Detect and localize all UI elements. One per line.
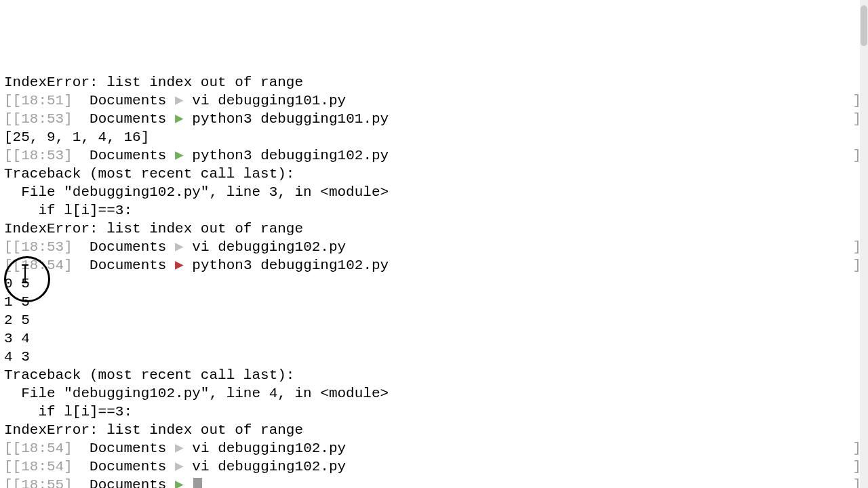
timestamp: [18:51] [13,93,73,108]
prompt-line[interactable]: [[18:51] Documents ▶ vi debugging101.py] [4,92,864,110]
output-text: File "debugging102.py", line 4, in <modu… [4,386,389,401]
output-line[interactable]: IndexError: list index out of range [4,421,864,439]
prompt-left-bracket: [ [4,477,13,488]
output-line[interactable]: if l[i]==3: [4,403,864,421]
prompt-line[interactable]: [[18:54] Documents ▶ vi debugging102.py] [4,439,864,458]
prompt-arrow-icon: ▶ [175,459,184,474]
prompt-arrow-icon: ▶ [175,239,184,255]
output-line[interactable]: 3 4 [4,329,864,348]
directory: Documents [90,148,166,163]
command-text[interactable]: python3 debugging102.py [192,148,389,163]
prompt-arrow-icon: ▶ [175,258,184,273]
output-line[interactable]: 2 5 [4,311,864,329]
command-text[interactable]: python3 debugging101.py [192,111,389,127]
output-text: File "debugging102.py", line 3, in <modu… [4,184,389,200]
timestamp: [18:53] [13,148,73,163]
output-line[interactable]: File "debugging102.py", line 4, in <modu… [4,384,864,403]
timestamp: [18:54] [13,459,73,474]
prompt-arrow-icon: ▶ [175,441,184,456]
output-text: Traceback (most recent call last): [4,367,294,383]
timestamp: [18:54] [13,258,73,273]
scrollbar-track[interactable] [860,0,868,488]
output-text: IndexError: list index out of range [4,75,303,90]
output-line[interactable]: 0 5 [4,274,864,293]
output-line[interactable]: Traceback (most recent call last): [4,165,864,183]
timestamp: [18:53] [13,239,73,255]
directory: Documents [90,111,166,127]
timestamp: [18:55] [13,477,73,488]
directory: Documents [90,258,166,273]
output-line[interactable]: 1 5 [4,293,864,311]
prompt-left-bracket: [ [4,441,13,456]
prompt-arrow-icon: ▶ [175,477,184,488]
directory: Documents [90,459,166,474]
prompt-left-bracket: [ [4,258,13,273]
command-text[interactable]: vi debugging102.py [192,239,346,255]
output-line[interactable]: IndexError: list index out of range [4,73,864,92]
output-text: 1 5 [4,294,30,310]
command-text[interactable]: vi debugging101.py [192,93,346,108]
output-text: 4 3 [4,349,30,365]
output-text: IndexError: list index out of range [4,221,303,237]
prompt-arrow-icon: ▶ [175,93,184,108]
output-text: if l[i]==3: [4,203,132,218]
command-text[interactable]: vi debugging102.py [192,459,346,474]
output-line[interactable]: [25, 9, 1, 4, 16] [4,128,864,146]
prompt-arrow-icon: ▶ [175,111,184,127]
output-line[interactable]: 4 3 [4,348,864,366]
terminal[interactable]: IndexError: list index out of range[[18:… [4,73,864,488]
output-text: 2 5 [4,312,30,328]
prompt-left-bracket: [ [4,111,13,127]
output-text: Traceback (most recent call last): [4,166,294,182]
prompt-line[interactable]: [[18:55] Documents ▶ ] [4,476,864,488]
scrollbar-thumb[interactable] [861,5,867,46]
output-line[interactable]: File "debugging102.py", line 3, in <modu… [4,183,864,201]
prompt-line[interactable]: [[18:54] Documents ▶ python3 debugging10… [4,256,864,274]
directory: Documents [90,93,166,108]
prompt-left-bracket: [ [4,93,13,108]
prompt-line[interactable]: [[18:53] Documents ▶ python3 debugging10… [4,146,864,165]
input-cursor[interactable] [193,478,202,488]
directory: Documents [90,477,166,488]
output-text: 0 5 [4,276,30,291]
prompt-left-bracket: [ [4,459,13,474]
prompt-left-bracket: [ [4,239,13,255]
prompt-arrow-icon: ▶ [175,148,184,163]
timestamp: [18:53] [13,111,73,127]
output-text: [25, 9, 1, 4, 16] [4,129,149,145]
prompt-line[interactable]: [[18:53] Documents ▶ vi debugging102.py] [4,238,864,256]
output-text: 3 4 [4,331,30,346]
prompt-line[interactable]: [[18:53] Documents ▶ python3 debugging10… [4,110,864,128]
output-text: if l[i]==3: [4,404,132,420]
output-line[interactable]: IndexError: list index out of range [4,220,864,238]
prompt-line[interactable]: [[18:54] Documents ▶ vi debugging102.py] [4,458,864,476]
directory: Documents [90,239,166,255]
output-line[interactable]: if l[i]==3: [4,201,864,220]
output-text: IndexError: list index out of range [4,422,303,438]
timestamp: [18:54] [13,441,73,456]
prompt-left-bracket: [ [4,148,13,163]
directory: Documents [90,441,166,456]
command-text[interactable]: python3 debugging102.py [192,258,389,273]
command-text[interactable]: vi debugging102.py [192,441,346,456]
output-line[interactable]: Traceback (most recent call last): [4,366,864,384]
